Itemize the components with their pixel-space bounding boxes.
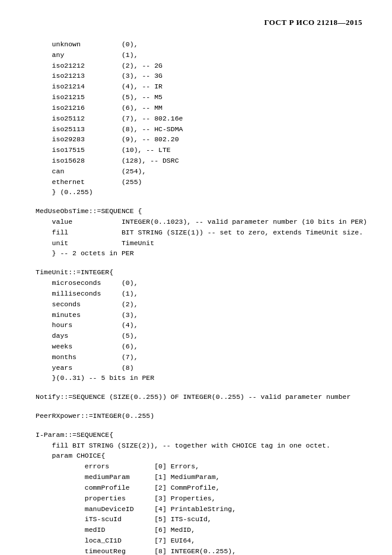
page: ГОСТ Р ИСО 21218—2015 unknown (0), any (…	[0, 0, 392, 555]
time-unit-section: TimeUnit::=INTEGER{ microseconds (0), mi…	[36, 267, 362, 383]
med-use-obs-time-section: MedUseObsTime::=SEQUENCE { value INTEGER…	[36, 206, 362, 259]
document-title: ГОСТ Р ИСО 21218—2015	[264, 18, 362, 27]
unknown-block-code: unknown (0), any (1), iso21212 (2), -- 2…	[36, 39, 362, 198]
unknown-block-section: unknown (0), any (1), iso21212 (2), -- 2…	[36, 39, 362, 198]
notify-code: Notify::=SEQUENCE (SIZE(0..255)) OF INTE…	[36, 392, 362, 402]
time-unit-code: TimeUnit::=INTEGER{ microseconds (0), mi…	[36, 267, 362, 383]
peer-rx-power-section: PeerRXpower::=INTEGER(0..255)	[36, 411, 362, 421]
notify-section: Notify::=SEQUENCE (SIZE(0..255)) OF INTE…	[36, 392, 362, 402]
med-use-obs-time-code: MedUseObsTime::=SEQUENCE { value INTEGER…	[36, 206, 362, 259]
peer-rx-power-code: PeerRXpower::=INTEGER(0..255)	[36, 411, 362, 421]
i-param-section: I-Param::=SEQUENCE{ fill BIT STRING (SIZ…	[36, 430, 362, 555]
i-param-code: I-Param::=SEQUENCE{ fill BIT STRING (SIZ…	[36, 430, 362, 555]
page-header: ГОСТ Р ИСО 21218—2015	[36, 18, 362, 27]
